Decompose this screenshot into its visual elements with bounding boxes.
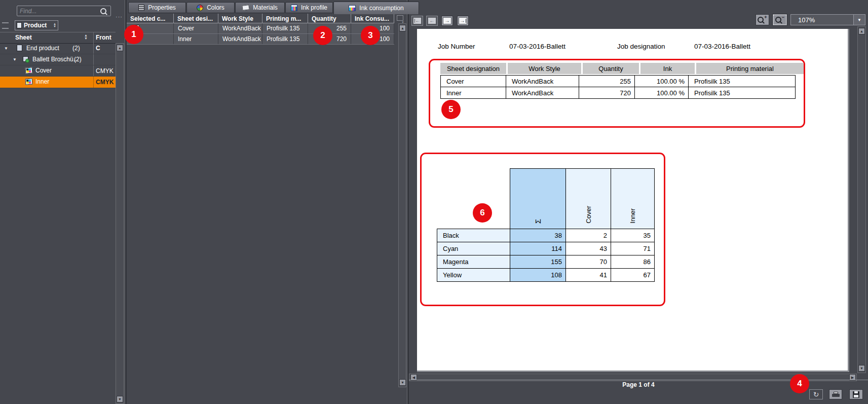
materials-icon <box>242 5 250 11</box>
sheet-table-row-cover[interactable]: Cover WorkAndBack Profisilk 135 255 100 <box>127 23 394 34</box>
tab-label: Ink consumption <box>359 5 403 12</box>
cell-printing: Profisilk 135 <box>262 23 308 33</box>
spinner-icon[interactable]: ▲▼ <box>53 23 56 28</box>
cell-sheet: Inner <box>174 34 218 44</box>
save-button[interactable] <box>849 389 863 399</box>
column-header-work-style[interactable]: Work Style <box>218 14 262 23</box>
first-page-button[interactable]: ← <box>411 16 423 26</box>
tab-label: Properties <box>148 4 176 11</box>
inner-column-header: Inner <box>611 168 655 229</box>
app-window: Find... Product ▲▼ ··· Sheet ▲▼ Front C … <box>0 0 868 404</box>
refresh-button[interactable]: ↻ <box>809 389 823 399</box>
column-header-quantity[interactable]: Quantity <box>308 14 351 23</box>
report-header: Work Style <box>508 63 581 74</box>
zoom-in-button[interactable]: + <box>756 14 769 25</box>
next-page-button[interactable]: → <box>441 16 453 26</box>
report-sheet-table: Sheet designation Work Style Quantity In… <box>440 63 804 99</box>
tree-row-count: (2) <box>72 45 80 52</box>
zoom-out-icon <box>775 17 781 23</box>
product-part-icon <box>23 56 28 62</box>
scroll-down-icon[interactable]: ▼ <box>858 365 865 372</box>
search-placeholder: Find... <box>20 8 100 15</box>
print-button[interactable] <box>829 389 842 399</box>
tree-column-sheet[interactable]: Sheet <box>15 34 32 41</box>
report-ink-table: Σ Cover Inner Black 38 2 35 Cyan 114 43 … <box>437 168 655 282</box>
report-header: Ink <box>640 63 695 74</box>
report-header: Sheet designation <box>440 63 506 74</box>
expander-icon[interactable]: ▼ <box>13 57 17 62</box>
zoom-out-button[interactable]: − <box>772 14 787 26</box>
tree-row-ballett[interactable]: ▼ Ballett Broschü... (2) <box>0 54 116 65</box>
next-page-icon: → <box>443 17 451 24</box>
tab-ink-consumption[interactable]: Ink consumption <box>333 2 419 14</box>
report-header: Printing material <box>696 63 804 74</box>
tree-row-cover[interactable]: Cover CMYK <box>0 65 116 77</box>
report-page: Job Number 07-03-2016-Ballett Job design… <box>417 29 849 372</box>
zoom-level-select[interactable]: 107% ▼ <box>790 14 865 25</box>
job-number-value: 07-03-2016-Ballett <box>509 43 565 50</box>
annotation-circle-6: 6 <box>473 203 492 223</box>
scroll-up-icon[interactable]: ▲ <box>117 45 123 51</box>
tree-header[interactable]: Sheet ▲▼ Front C <box>0 32 116 44</box>
column-header-sheet[interactable]: Sheet desi... <box>174 14 218 23</box>
annotation-circle-5: 5 <box>441 100 461 119</box>
panel-splitter[interactable] <box>407 0 409 404</box>
column-header-selected[interactable]: Selected c... <box>127 14 174 23</box>
tab-ink-profile[interactable]: Ink profile <box>285 2 333 13</box>
tree-row-front-color: CMYK <box>93 65 116 76</box>
end-product-icon <box>17 45 22 51</box>
page-status: Page 1 of 4 <box>622 381 654 388</box>
zoom-level-value: 107% <box>791 16 853 24</box>
tree-row-count: (2) <box>74 56 82 63</box>
tab-colors[interactable]: Colors <box>186 2 235 13</box>
ink-profile-icon <box>291 5 297 11</box>
chevron-down-icon[interactable]: ▼ <box>853 15 865 25</box>
save-icon <box>853 391 859 398</box>
tab-label: Ink profile <box>301 4 327 11</box>
column-header-printing[interactable]: Printing m... <box>262 14 308 23</box>
report-row: Inner WorkAndBack 720 100.00 % Profisilk… <box>440 87 804 99</box>
cell-work-style: WorkAndBack <box>218 23 262 33</box>
scroll-up-icon[interactable]: ▲ <box>399 25 406 31</box>
preview-vertical-scrollbar[interactable]: ▲ ▼ <box>857 26 866 373</box>
product-selector[interactable]: Product ▲▼ <box>15 20 58 30</box>
zoom-in-icon <box>758 17 764 23</box>
sort-icon[interactable]: ▲▼ <box>84 34 88 40</box>
tree-row-label: Cover <box>35 67 52 74</box>
cell-sheet: Cover <box>174 23 218 33</box>
product-icon <box>17 22 22 28</box>
tree-row-label: Ballett Broschü... <box>32 56 79 63</box>
column-header-ink[interactable]: Ink Consu... <box>351 14 394 23</box>
last-page-button[interactable]: → <box>457 16 469 26</box>
previous-page-button[interactable]: ← <box>426 16 438 26</box>
sheet-cmyk-icon <box>25 79 33 85</box>
scroll-down-icon[interactable]: ▼ <box>117 396 123 402</box>
sheet-cmyk-icon <box>25 67 33 74</box>
table-scrollbar[interactable]: ▲ ▼ <box>398 23 406 387</box>
expander-icon[interactable]: ▼ <box>4 46 8 51</box>
tree-row-inner[interactable]: Inner CMYK <box>0 77 116 88</box>
splitter-grip-icon[interactable]: ··· <box>116 15 123 18</box>
tree-column-front[interactable]: Front C <box>93 32 116 43</box>
column-config-icon[interactable] <box>397 15 403 21</box>
cell-printing: Profisilk 135 <box>262 34 308 44</box>
ink-row-black: Black 38 2 35 <box>437 229 655 242</box>
tree-scrollbar[interactable]: ▲ ▼ <box>116 43 124 404</box>
search-input[interactable]: Find... <box>17 6 111 16</box>
search-icon[interactable] <box>100 8 106 14</box>
cover-column-header: Cover <box>565 168 611 229</box>
annotation-circle-3: 3 <box>361 26 380 45</box>
collapse-tree-icon[interactable] <box>2 22 9 29</box>
tab-materials[interactable]: Materials <box>235 2 285 13</box>
panel-splitter[interactable] <box>125 0 127 404</box>
tree-row-label: Inner <box>35 78 49 85</box>
job-designation-value: 07-03-2016-Ballett <box>694 43 750 50</box>
sheet-table-row-inner[interactable]: Inner WorkAndBack Profisilk 135 720 100 <box>127 34 394 45</box>
job-designation-label: Job designation <box>617 43 665 50</box>
tab-label: Colors <box>207 4 224 11</box>
scroll-down-icon[interactable]: ▼ <box>399 379 406 386</box>
tab-properties[interactable]: Properties <box>128 2 186 13</box>
scroll-up-icon[interactable]: ▲ <box>858 28 865 34</box>
tree-row-end-product[interactable]: ▼ End product (2) <box>0 43 116 54</box>
ink-row-magenta: Magenta 155 70 86 <box>437 255 655 269</box>
